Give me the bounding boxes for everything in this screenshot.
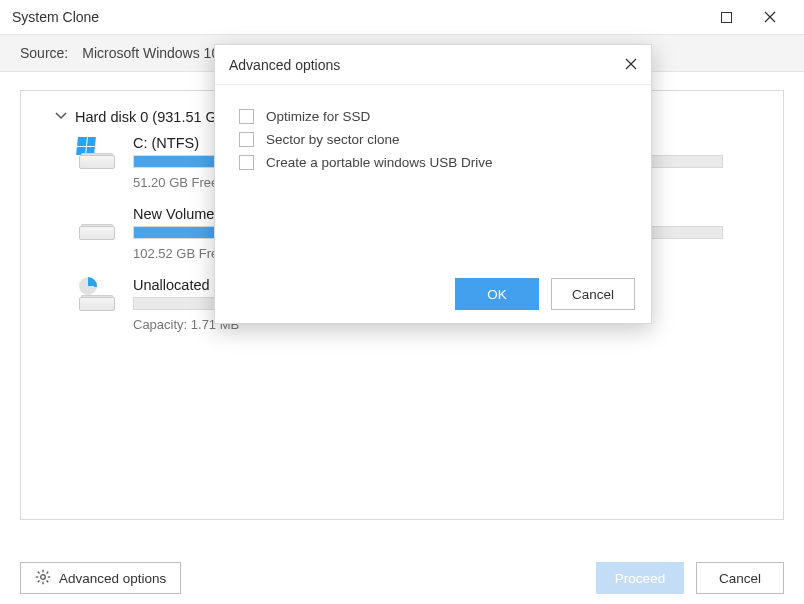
option-sector-by-sector[interactable]: Sector by sector clone: [239, 132, 627, 147]
advanced-options-button[interactable]: Advanced options: [20, 562, 181, 594]
pie-icon: [79, 277, 97, 295]
option-label: Sector by sector clone: [266, 132, 400, 147]
chevron-down-icon: [55, 109, 67, 125]
gear-icon: [35, 569, 51, 588]
window-title: System Clone: [12, 9, 99, 25]
disk-name: Hard disk 0 (931.51 GB): [75, 109, 231, 125]
dialog-close-button[interactable]: [625, 57, 637, 73]
dialog-ok-button[interactable]: OK: [455, 278, 539, 310]
footer: Advanced options Proceed Cancel: [0, 552, 804, 604]
svg-line-10: [38, 580, 40, 582]
checkbox-icon: [239, 132, 254, 147]
option-optimize-ssd[interactable]: Optimize for SSD: [239, 109, 627, 124]
proceed-button[interactable]: Proceed: [596, 562, 684, 594]
advanced-options-label: Advanced options: [59, 571, 166, 586]
checkbox-icon: [239, 109, 254, 124]
close-button[interactable]: [748, 0, 792, 34]
svg-line-11: [47, 571, 49, 573]
option-portable-usb[interactable]: Create a portable windows USB Drive: [239, 155, 627, 170]
option-label: Create a portable windows USB Drive: [266, 155, 493, 170]
svg-line-9: [47, 580, 49, 582]
disk-icon: [79, 208, 115, 244]
advanced-options-dialog: Advanced options Optimize for SSD Sector…: [214, 44, 652, 324]
option-label: Optimize for SSD: [266, 109, 370, 124]
svg-rect-0: [721, 12, 731, 22]
svg-point-3: [41, 574, 46, 579]
dialog-title: Advanced options: [229, 57, 340, 73]
checkbox-icon: [239, 155, 254, 170]
source-value: Microsoft Windows 10: [82, 45, 219, 61]
titlebar: System Clone: [0, 0, 804, 34]
maximize-button[interactable]: [704, 0, 748, 34]
svg-line-8: [38, 571, 40, 573]
source-label: Source:: [20, 45, 68, 61]
dialog-titlebar: Advanced options: [215, 45, 651, 85]
cancel-button[interactable]: Cancel: [696, 562, 784, 594]
disk-icon: [79, 137, 115, 173]
dialog-cancel-button[interactable]: Cancel: [551, 278, 635, 310]
disk-icon: [79, 279, 115, 315]
